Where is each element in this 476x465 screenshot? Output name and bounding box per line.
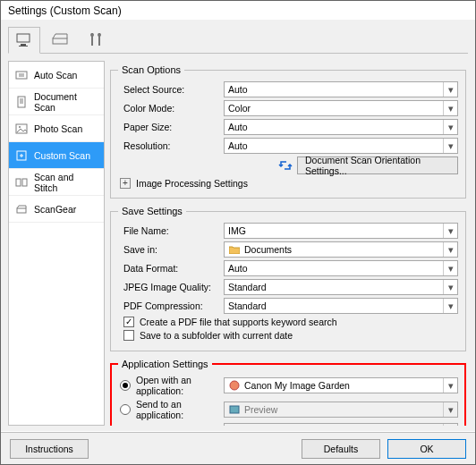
chevron-down-icon: ▾ (443, 242, 457, 257)
ok-button[interactable]: OK (387, 439, 466, 459)
sidebar-item-photo-scan[interactable]: Photo Scan (9, 115, 104, 142)
custom-icon (14, 148, 29, 163)
flatbed-icon (51, 31, 69, 47)
preview-icon (228, 403, 241, 416)
sidebar: Auto Scan Document Scan Photo Scan Custo… (8, 61, 105, 426)
radio-label: Send to an application: (136, 399, 224, 420)
label-save-in: Save in: (118, 244, 224, 255)
label-resolution: Resolution: (118, 140, 224, 151)
svg-rect-11 (16, 179, 21, 186)
combo-pdf-compression[interactable]: Standard ▾ (224, 298, 458, 314)
label-file-name: File Name: (118, 225, 224, 236)
top-tab-scan-from-computer[interactable] (8, 27, 40, 54)
label-jpeg-quality: JPEG Image Quality: (118, 282, 224, 292)
combo-color-mode[interactable]: Color ▾ (224, 100, 458, 116)
document-icon (14, 95, 29, 109)
label-select-source: Select Source: (118, 84, 224, 95)
svg-rect-3 (53, 38, 67, 44)
auto-scan-icon (14, 68, 29, 82)
monitor-scanner-icon (15, 32, 33, 48)
checkbox-icon (123, 330, 134, 341)
chevron-down-icon: ▾ (443, 224, 457, 238)
chevron-down-icon: ▾ (443, 261, 457, 275)
orientation-settings-button[interactable]: Document Scan Orientation Settings... (297, 156, 458, 174)
radio-send-to-app[interactable] (120, 404, 131, 415)
sidebar-item-auto-scan[interactable]: Auto Scan (9, 62, 104, 89)
group-save-settings: Save Settings File Name: IMG ▾ Save in: (110, 206, 466, 351)
checkbox-keyword-pdf[interactable]: Create a PDF file that supports keyword … (118, 317, 458, 327)
settings-pane: Scan Options Select Source: Auto ▾ Color… (110, 61, 468, 426)
chevron-down-icon: ▾ (443, 299, 457, 313)
refresh-arrow-icon (277, 158, 293, 173)
sidebar-item-label: ScanGear (34, 204, 76, 215)
label-pdf-compression: PDF Compression: (118, 300, 224, 311)
checkbox-label: Save to a subfolder with current date (140, 330, 293, 341)
checkbox-icon (123, 317, 134, 327)
svg-point-14 (230, 381, 239, 390)
sidebar-item-scan-and-stitch[interactable]: Scan and Stitch (9, 169, 104, 196)
svg-point-4 (90, 33, 94, 37)
sidebar-item-label: Photo Scan (34, 123, 82, 134)
chevron-down-icon: ▾ (443, 402, 457, 417)
legend-save-settings: Save Settings (118, 206, 186, 216)
top-tab-general[interactable] (80, 26, 112, 53)
chevron-down-icon: ▾ (443, 424, 457, 426)
group-application-settings: Application Settings Open with an applic… (110, 359, 466, 426)
stitch-icon (14, 175, 29, 190)
combo-send-to-folder[interactable]: None ▾ (224, 423, 458, 426)
group-scan-options: Scan Options Select Source: Auto ▾ Color… (110, 64, 466, 199)
svg-point-5 (98, 33, 101, 37)
top-tab-strip (8, 25, 468, 54)
top-tab-scan-from-panel[interactable] (44, 26, 76, 53)
instructions-button[interactable]: Instructions (10, 439, 89, 459)
svg-rect-7 (18, 97, 25, 107)
svg-rect-2 (19, 46, 28, 46)
chevron-down-icon: ▾ (443, 378, 457, 393)
combo-resolution[interactable]: Auto ▾ (224, 138, 458, 154)
chevron-down-icon: ▾ (443, 101, 457, 115)
file-name-field[interactable]: IMG ▾ (224, 223, 458, 239)
combo-select-source[interactable]: Auto ▾ (224, 81, 458, 97)
combo-open-with-app[interactable]: Canon My Image Garden ▾ (224, 377, 458, 393)
label-color-mode: Color Mode: (118, 103, 224, 114)
sidebar-item-label: Auto Scan (34, 70, 77, 80)
combo-data-format[interactable]: Auto ▾ (224, 260, 458, 276)
combo-save-in[interactable]: Documents ▾ (224, 241, 458, 258)
svg-rect-12 (22, 179, 27, 186)
settings-scroll[interactable]: Scan Options Select Source: Auto ▾ Color… (110, 61, 468, 426)
app-icon (228, 379, 241, 392)
combo-jpeg-quality[interactable]: Standard ▾ (224, 279, 458, 295)
sidebar-item-label: Scan and Stitch (34, 172, 98, 193)
label-paper-size: Paper Size: (118, 122, 224, 132)
checkbox-subfolder-date[interactable]: Save to a subfolder with current date (118, 330, 458, 341)
svg-rect-1 (21, 44, 26, 46)
svg-rect-0 (17, 34, 30, 42)
legend-application-settings: Application Settings (118, 359, 212, 369)
sidebar-item-label: Custom Scan (34, 150, 90, 161)
combo-send-to-app[interactable]: Preview ▾ (224, 402, 458, 418)
dialog-footer: Instructions Defaults OK (1, 432, 475, 464)
tools-icon (87, 31, 105, 47)
photo-icon (14, 122, 29, 136)
legend-scan-options: Scan Options (118, 64, 184, 75)
expander-image-processing[interactable]: + Image Processing Settings (118, 178, 458, 189)
chevron-down-icon: ▾ (443, 139, 457, 153)
chevron-down-icon: ▾ (443, 82, 457, 97)
sidebar-item-document-scan[interactable]: Document Scan (9, 89, 104, 115)
sidebar-item-scangear[interactable]: ScanGear (9, 196, 104, 223)
svg-rect-6 (16, 72, 27, 79)
svg-rect-13 (17, 208, 26, 213)
svg-point-9 (19, 126, 21, 128)
expander-label: Image Processing Settings (136, 178, 248, 189)
checkbox-label: Create a PDF file that supports keyword … (140, 317, 337, 327)
svg-rect-15 (230, 406, 239, 413)
folder-icon (228, 243, 241, 256)
chevron-down-icon: ▾ (443, 120, 457, 134)
client-area: Auto Scan Document Scan Photo Scan Custo… (1, 20, 475, 431)
radio-open-with-app[interactable] (120, 380, 131, 391)
combo-paper-size[interactable]: Auto ▾ (224, 119, 458, 135)
window-title: Settings (Custom Scan) (1, 1, 475, 21)
radio-label: Open with an application: (136, 375, 224, 396)
defaults-button[interactable]: Defaults (302, 439, 380, 459)
sidebar-item-custom-scan[interactable]: Custom Scan (9, 142, 104, 169)
